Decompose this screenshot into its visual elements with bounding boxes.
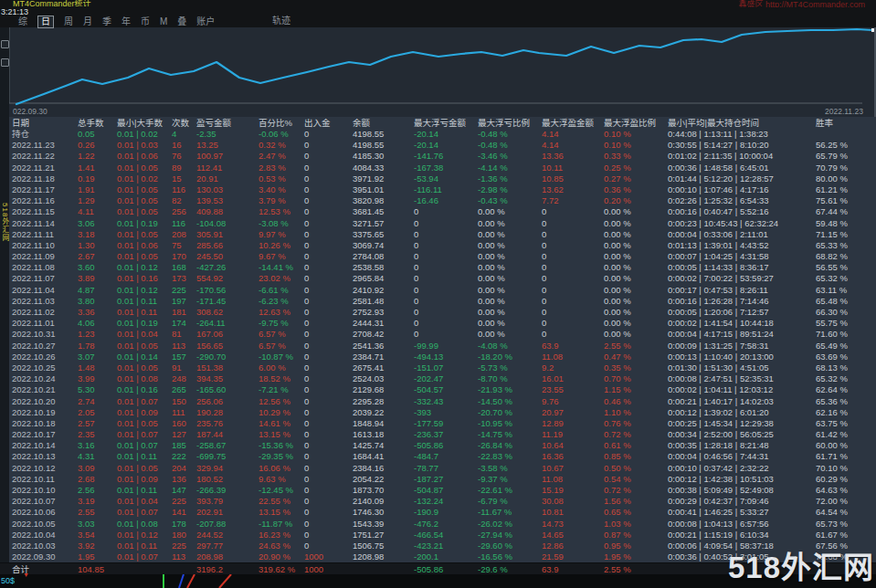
table-row[interactable]: 2022.11.073.890.01 | 0.16173554.9223.02 …: [0, 273, 876, 284]
column-header-5[interactable]: 百分比%: [256, 117, 301, 129]
cell: 2022.11.18: [9, 173, 75, 184]
table-row[interactable]: 2022.11.221.220.01 | 0.0676100.972.47 %0…: [0, 151, 876, 162]
cell: 409.88: [194, 206, 256, 217]
column-header-4[interactable]: 盈亏金额: [194, 117, 256, 129]
cell: -20.14: [411, 140, 475, 151]
cell: 12.63 %: [256, 307, 301, 318]
cell: -14.41 %: [256, 262, 301, 273]
tab-季[interactable]: 季: [102, 16, 111, 27]
table-row[interactable]: 2022.10.192.050.01 | 0.09111190.2810.29 …: [0, 407, 876, 418]
table-row[interactable]: 2022.11.143.060.01 | 0.19116-104.08-3.08…: [0, 218, 876, 229]
table-row[interactable]: 2022.10.263.070.01 | 0.14157-290.70-10.8…: [0, 352, 876, 362]
tab-综[interactable]: 综: [18, 16, 27, 27]
titlebar-url-text: 鑫盛区 http://MT4Commander.com: [738, 0, 865, 7]
cell: 63.75 %: [813, 418, 876, 429]
table-row[interactable]: 2022.11.161.290.01 | 0.0582139.533.79 %0…: [0, 195, 876, 206]
panel-square-icon-1[interactable]: [1, 40, 9, 48]
table-row[interactable]: 2022.10.053.030.01 | 0.08178-207.88-11.8…: [0, 519, 876, 530]
table-row[interactable]: 2022.10.202.740.01 | 0.07150256.0612.56 …: [0, 396, 876, 407]
cell: 225: [169, 541, 194, 551]
cell: 0:00:16 | 1:26:28 | 7:14:46: [665, 296, 813, 307]
cell: -26.84 %: [475, 440, 539, 451]
table-row[interactable]: 2022.10.251.480.01 | 0.0591151.386.00 %0…: [0, 362, 876, 373]
tab-叠[interactable]: 叠: [177, 16, 186, 27]
table-row[interactable]: 2022.11.211.410.01 | 0.0589112.412.83 %0…: [0, 163, 876, 173]
cell: 3.92: [75, 541, 114, 551]
column-header-10[interactable]: 最大浮盈金额: [539, 117, 601, 129]
table-row[interactable]: 2022.11.113.180.01 | 0.05208305.919.97 %…: [0, 229, 876, 240]
cell: 2022.10.13: [9, 451, 75, 462]
table-row[interactable]: 2022.10.102.560.01 | 0.11147-266.39-12.4…: [0, 485, 876, 496]
table-row[interactable]: 2022.11.044.870.01 | 0.12225-170.56-6.61…: [0, 285, 876, 296]
table-row[interactable]: 2022.10.043.540.01 | 0.12180244.5216.23 …: [0, 530, 876, 541]
panel-square-icon-2[interactable]: [1, 58, 9, 67]
table-row[interactable]: 2022.11.101.300.01 | 0.0675285.6610.26 %…: [0, 240, 876, 251]
table-row[interactable]: 2022.11.014.060.01 | 0.19174-264.11-9.75…: [0, 318, 876, 329]
column-header-1[interactable]: 总手数: [75, 117, 114, 129]
column-header-11[interactable]: 最大浮盈比例: [601, 117, 665, 129]
table-row[interactable]: 2022.10.073.190.01 | 0.04225393.7922.55 …: [0, 496, 876, 507]
table-row[interactable]: 持仓0.050.01 | 0.024-2.35-0.06 %04198.55-2…: [0, 129, 876, 140]
tab-M[interactable]: M: [160, 16, 167, 27]
cell: 1506.75: [350, 541, 411, 551]
cell: 0.01 | 0.05: [114, 195, 169, 206]
cell: 1684.41: [350, 451, 411, 462]
tab-trail[interactable]: 轨迹: [272, 16, 290, 26]
tab-年[interactable]: 年: [121, 16, 131, 27]
table-row[interactable]: 2022.10.271.780.01 | 0.05113156.656.57 %…: [0, 341, 876, 352]
cell: 2022.10.19: [9, 407, 75, 418]
table-row[interactable]: 2022.11.180.190.01 | 0.021520.910.53 %03…: [0, 173, 876, 184]
column-header-8[interactable]: 最大浮亏金额: [411, 117, 475, 129]
cell: 0.00 %: [475, 307, 539, 318]
cell: 170: [169, 251, 194, 262]
cell: -0.06 %: [256, 129, 301, 140]
table-row[interactable]: 2022.11.154.110.01 | 0.05256409.8812.53 …: [0, 206, 876, 217]
table-row[interactable]: 2022.10.215.300.01 | 0.16265-165.60-7.21…: [0, 384, 876, 395]
column-header-9[interactable]: 最大浮亏比例: [475, 117, 539, 129]
table-row[interactable]: 2022.10.182.570.01 | 0.05160235.7614.61 …: [0, 418, 876, 429]
table-row[interactable]: 2022.10.112.680.01 | 0.09136180.529.63 %…: [0, 474, 876, 485]
cell: 1.23: [75, 329, 114, 340]
cell: 0: [301, 429, 350, 440]
table-row[interactable]: 2022.10.243.990.01 | 0.08248394.3518.52 …: [0, 373, 876, 384]
cell: 81: [169, 329, 194, 340]
cell: 0: [301, 229, 350, 240]
column-header-12[interactable]: 最小|平均|最大持仓时间: [665, 117, 813, 129]
tab-账户[interactable]: 账户: [196, 16, 215, 27]
tab-周[interactable]: 周: [64, 16, 73, 27]
tab-月[interactable]: 月: [83, 16, 92, 27]
cell: 75: [169, 240, 194, 251]
table-row[interactable]: 2022.11.092.670.01 | 0.05170245.509.67 %…: [0, 251, 876, 262]
column-header-13[interactable]: 胜率: [813, 117, 876, 129]
table-row[interactable]: 2022.11.023.360.01 | 0.11181308.6212.63 …: [0, 307, 876, 318]
column-header-0[interactable]: 日期: [9, 117, 75, 129]
table-row[interactable]: 2022.10.134.310.01 | 0.11222-699.75-29.3…: [0, 451, 876, 462]
column-header-6[interactable]: 出入金: [301, 117, 350, 129]
cell: 156.65: [194, 341, 256, 352]
table-row[interactable]: 2022.10.123.090.01 | 0.05204329.9416.06 …: [0, 463, 876, 474]
cell: -14.50 %: [475, 396, 539, 407]
tab-币[interactable]: 币: [141, 16, 150, 27]
tab-日[interactable]: 日: [37, 16, 54, 28]
table-row[interactable]: 2022.10.311.230.01 | 0.0481167.066.57 %0…: [0, 329, 876, 340]
cell: -11.67 %: [475, 507, 539, 518]
cell: 0.01 | 0.09: [114, 474, 169, 485]
cell: 0.00 %: [475, 273, 539, 284]
table-row[interactable]: 2022.11.230.260.01 | 0.031613.250.32 %04…: [0, 140, 876, 151]
table-row[interactable]: 2022.10.172.350.01 | 0.07127187.4413.15 …: [0, 429, 876, 440]
column-header-3[interactable]: 次数: [169, 117, 194, 129]
table-row[interactable]: 2022.11.171.910.01 | 0.05116130.033.40 %…: [0, 184, 876, 195]
column-header-2[interactable]: 最小|大手数: [114, 117, 169, 129]
cell: 18.52 %: [256, 373, 301, 384]
cell: 0.00 %: [601, 285, 665, 296]
column-header-7[interactable]: 余额: [350, 117, 411, 129]
cell: 1873.70: [350, 485, 411, 496]
table-row[interactable]: 2022.11.083.600.01 | 0.12168-427.26-14.4…: [0, 262, 876, 273]
cell: 3069.74: [350, 240, 411, 251]
table-row[interactable]: 2022.10.143.160.01 | 0.07185-258.67-15.3…: [0, 440, 876, 451]
equity-chart[interactable]: 022.09.30 2022.11.23: [9, 27, 876, 117]
table-row[interactable]: 2022.11.033.800.01 | 0.11197-171.45-6.23…: [0, 296, 876, 307]
table-row[interactable]: 2022.10.062.550.01 | 0.07141202.9113.15 …: [0, 507, 876, 518]
cell: 0.01 | 0.06: [114, 151, 169, 162]
cell: 2410.92: [350, 285, 411, 296]
